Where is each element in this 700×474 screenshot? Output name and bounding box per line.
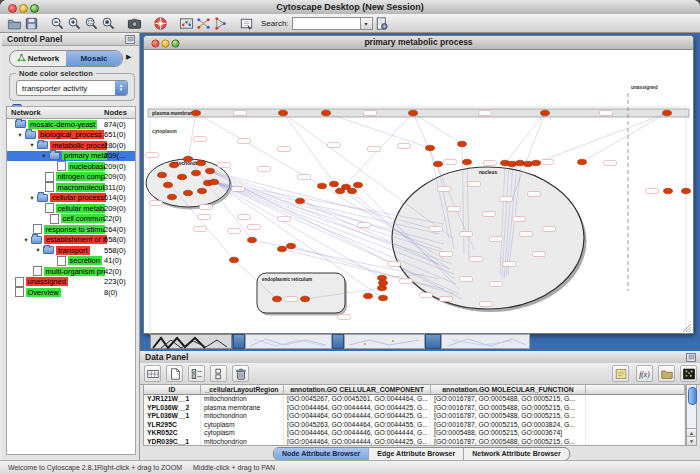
network-node[interactable]	[164, 182, 173, 188]
tree-row[interactable]: unassigned223(0)	[7, 277, 135, 288]
network-node[interactable]	[578, 159, 587, 165]
tab-overflow-arrow[interactable]: ▶	[126, 53, 131, 61]
tab-edge-attribute-browser[interactable]: Edge Attribute Browser	[369, 448, 464, 460]
network-node[interactable]	[158, 172, 167, 178]
zoom-selected-icon[interactable]	[83, 15, 100, 32]
network-node[interactable]	[210, 179, 219, 185]
tree-row[interactable]: ▼metabolic process280(0)	[7, 140, 135, 151]
network-node[interactable]	[279, 110, 288, 116]
network-node[interactable]	[278, 246, 287, 252]
tree-row[interactable]: nitrogen compo209(0)	[7, 172, 135, 183]
tree-row[interactable]: ▼biological_process651(0)	[7, 130, 135, 141]
notes-pad-icon[interactable]	[612, 365, 629, 382]
tree-row[interactable]: cellular metabo209(0)	[7, 203, 135, 214]
network-node[interactable]	[184, 156, 193, 162]
network-node[interactable]	[184, 190, 193, 196]
table-row[interactable]: YLR295Ccytoplasm[GO:0045263, GO:0044464,…	[144, 421, 685, 430]
network-node[interactable]	[248, 237, 257, 243]
tree-row[interactable]: ▼cellular process614(0)	[7, 193, 135, 204]
expand-arrow-icon[interactable]: ▼	[21, 237, 31, 243]
expand-arrow-icon[interactable]: ▼	[33, 247, 43, 253]
network-canvas[interactable]: plasma membranecytoplasmmitochondrionnuc…	[144, 49, 693, 334]
network-node[interactable]	[364, 293, 373, 299]
new-attribute-icon[interactable]	[166, 365, 183, 382]
network-node[interactable]	[664, 188, 673, 194]
column-header[interactable]: annotation.GO CELLULAR_COMPONENT	[284, 385, 431, 395]
attribute-boxes-icon[interactable]	[210, 365, 227, 382]
tree-row[interactable]: cell communicat22(0)	[7, 214, 135, 225]
tree-row[interactable]: macromolecule311(0)	[7, 182, 135, 193]
node-color-dropdown[interactable]: transporter activity ▲▼	[16, 80, 128, 96]
network-node[interactable]	[354, 182, 363, 188]
network-node[interactable]	[379, 280, 388, 286]
tree-row[interactable]: ▼transport558(0)	[7, 245, 135, 256]
tree-row[interactable]: secretion41(0)	[7, 256, 135, 267]
network-node[interactable]	[434, 161, 443, 167]
network-node[interactable]	[287, 243, 296, 249]
table-row[interactable]: YPL036W__1mitochondrion[GO:0044464, GO:0…	[144, 412, 685, 421]
column-header[interactable]	[586, 385, 685, 395]
minimized-window-preview[interactable]	[245, 334, 332, 349]
expand-arrow-icon[interactable]: ▼	[15, 132, 25, 138]
tab-network[interactable]: Network	[10, 51, 66, 66]
network-node[interactable]	[663, 110, 672, 116]
network-node[interactable]	[524, 161, 533, 167]
tab-mosaic[interactable]: Mosaic	[66, 51, 122, 66]
network-node[interactable]	[192, 110, 201, 116]
minimized-window-handle[interactable]	[332, 334, 344, 349]
search-dropdown-button[interactable]: ▾	[360, 17, 373, 30]
network-node[interactable]	[170, 162, 179, 168]
tree-row[interactable]: mosaic-demo-yeast874(0)	[7, 119, 135, 130]
network-node[interactable]	[301, 296, 310, 302]
network-node[interactable]	[322, 110, 331, 116]
scroll-down-icon[interactable]: ▼	[687, 436, 696, 445]
zoom-in-icon[interactable]	[66, 15, 83, 32]
attribute-grid-icon[interactable]	[144, 365, 161, 382]
attribute-checklist-icon[interactable]	[188, 365, 205, 382]
scrollbar-thumb[interactable]	[688, 387, 697, 405]
network-node[interactable]	[541, 110, 550, 116]
network-node[interactable]	[168, 194, 177, 200]
tree-row[interactable]: ▼establishment of lo558(0)	[7, 235, 135, 246]
zoom-fit-icon[interactable]	[100, 15, 117, 32]
network-node[interactable]	[330, 181, 339, 187]
network-node[interactable]	[198, 188, 207, 194]
tree-row[interactable]: response to stimulu264(0)	[7, 224, 135, 235]
float-panel-icon[interactable]	[125, 35, 135, 48]
function-builder-icon[interactable]: f(x)	[636, 365, 653, 382]
expand-arrow-icon[interactable]: ▼	[27, 142, 37, 148]
table-row[interactable]: YPL036W__2plasma membrane[GO:0044464, GO…	[144, 404, 685, 413]
tree-row[interactable]: multi-organism pro42(0)	[7, 266, 135, 277]
open-file-icon[interactable]	[6, 15, 23, 32]
tab-node-attribute-browser[interactable]: Node Attribute Browser	[274, 448, 369, 460]
network-node[interactable]	[458, 141, 467, 147]
column-header[interactable]: _cellularLayoutRegion	[201, 385, 284, 395]
tree-row[interactable]: nucleobase-co209(0)	[7, 161, 135, 172]
search-input[interactable]	[292, 17, 360, 30]
minimized-window-thumbnail[interactable]	[150, 334, 232, 349]
network-node[interactable]	[230, 257, 239, 263]
zoom-out-icon[interactable]	[49, 15, 66, 32]
open-folder-icon[interactable]	[658, 365, 675, 382]
save-session-icon[interactable]	[23, 15, 40, 32]
column-header[interactable]: annotation.GO MOLECULAR_FUNCTION	[431, 385, 586, 395]
network-node[interactable]	[682, 188, 691, 194]
network-node[interactable]	[378, 275, 387, 281]
column-header[interactable]: ID	[144, 385, 201, 395]
table-row[interactable]: YDR039C__1mitochondrion[GO:0044464, GO:0…	[144, 438, 685, 446]
network-node[interactable]	[463, 159, 472, 165]
snapshot-camera-icon[interactable]	[126, 15, 143, 32]
expand-arrow-icon[interactable]: ▼	[27, 195, 37, 201]
network-node[interactable]	[178, 174, 187, 180]
network-node[interactable]	[197, 160, 206, 166]
network-node[interactable]	[336, 188, 345, 194]
network-node[interactable]	[378, 285, 387, 291]
network-node[interactable]	[318, 183, 327, 189]
minimized-window-handle[interactable]	[425, 334, 441, 349]
minimized-window-handle[interactable]	[233, 334, 245, 349]
search-options-icon[interactable]	[373, 15, 390, 32]
network-node[interactable]	[516, 160, 525, 166]
table-row[interactable]: YKR052Ccytoplasm[GO:0044464, GO:0044446,…	[144, 429, 685, 438]
network-node[interactable]	[192, 170, 201, 176]
network-node[interactable]	[296, 198, 305, 204]
